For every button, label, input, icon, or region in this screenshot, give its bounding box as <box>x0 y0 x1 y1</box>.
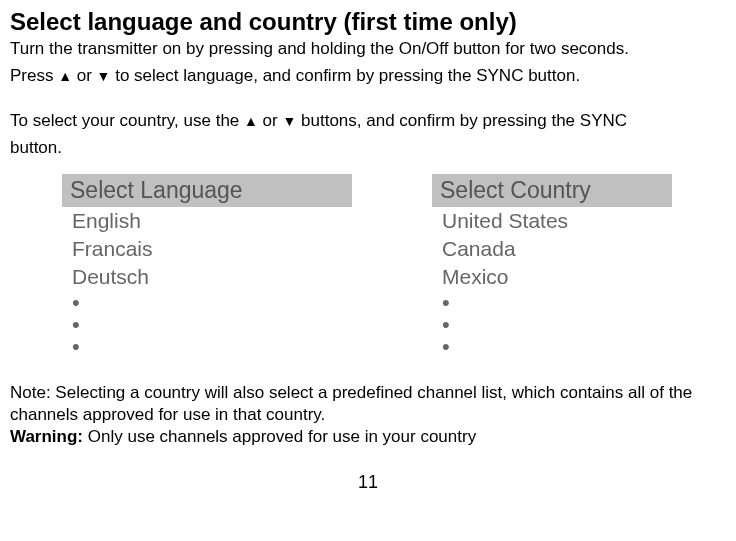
language-list: Select Language English Francais Deutsch… <box>62 174 352 358</box>
text-fragment: To select your country, use the <box>10 111 244 130</box>
list-item: English <box>62 207 352 235</box>
bullet-icon: • <box>62 314 352 336</box>
instruction-line-1: Turn the transmitter on by pressing and … <box>10 38 726 61</box>
instruction-line-2: Press ▲ or ▼ to select language, and con… <box>10 65 726 88</box>
up-arrow-icon: ▲ <box>244 113 258 129</box>
country-list-header: Select Country <box>432 174 672 207</box>
bullet-icon: • <box>432 292 672 314</box>
list-item: Francais <box>62 235 352 263</box>
list-item: United States <box>432 207 672 235</box>
bullet-icon: • <box>62 292 352 314</box>
bullet-icon: • <box>432 336 672 358</box>
country-list: Select Country United States Canada Mexi… <box>432 174 672 358</box>
warning-label: Warning: <box>10 427 83 446</box>
list-item: Mexico <box>432 263 672 291</box>
text-fragment: Press <box>10 66 58 85</box>
note-text: Note: Selecting a country will also sele… <box>10 382 726 426</box>
page-title: Select language and country (first time … <box>10 8 726 36</box>
text-fragment: buttons, and confirm by pressing the SYN… <box>296 111 627 130</box>
list-item: Canada <box>432 235 672 263</box>
language-list-header: Select Language <box>62 174 352 207</box>
bullet-icon: • <box>62 336 352 358</box>
page-number: 11 <box>10 472 726 493</box>
warning-line: Warning: Only use channels approved for … <box>10 426 726 448</box>
instruction-line-3: To select your country, use the ▲ or ▼ b… <box>10 110 726 133</box>
text-fragment: to select language, and confirm by press… <box>110 66 580 85</box>
text-fragment: or <box>258 111 283 130</box>
up-arrow-icon: ▲ <box>58 68 72 84</box>
warning-text: Only use channels approved for use in yo… <box>83 427 476 446</box>
text-fragment: or <box>72 66 97 85</box>
instruction-line-4: button. <box>10 137 726 160</box>
down-arrow-icon: ▼ <box>282 113 296 129</box>
bullet-icon: • <box>432 314 672 336</box>
down-arrow-icon: ▼ <box>97 68 111 84</box>
lists-row: Select Language English Francais Deutsch… <box>10 174 726 358</box>
list-item: Deutsch <box>62 263 352 291</box>
